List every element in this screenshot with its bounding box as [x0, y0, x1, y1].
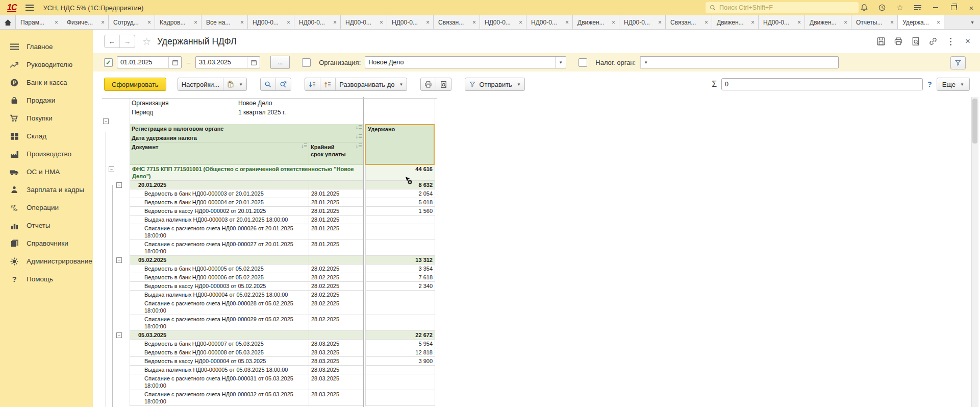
document-cell[interactable]: Списание с расчетного счета НД00-000028 … [130, 299, 309, 315]
header-registration[interactable]: Регистрация в налоговом органе↓ [130, 124, 363, 133]
amount-cell[interactable] [365, 291, 435, 299]
amount-cell[interactable] [365, 374, 435, 390]
help-button[interactable]: ? [927, 80, 932, 88]
due-date-cell[interactable]: 28.02.2025 [309, 299, 363, 315]
tab-close-icon[interactable]: × [612, 19, 615, 26]
subgroup-total-cell[interactable]: 8 632 [365, 181, 435, 189]
group-expander[interactable]: − [109, 166, 114, 172]
document-cell[interactable]: Списание с расчетного счета НД00-000031 … [130, 374, 309, 390]
tab-close-icon[interactable]: × [797, 19, 801, 26]
table-document-row[interactable]: Ведомость в банк НД00-000006 от 05.02.20… [102, 273, 437, 282]
preview-icon[interactable] [911, 36, 921, 46]
sidebar-item-menu[interactable]: Главное [0, 38, 93, 56]
tab-1[interactable]: Парам...× [16, 15, 62, 29]
tab-close-icon[interactable]: × [194, 19, 197, 26]
subgroup-due-cell[interactable] [309, 181, 363, 189]
tab-close-icon[interactable]: × [147, 19, 151, 26]
sidebar-item-factory[interactable]: Производство [0, 145, 93, 163]
tab-5[interactable]: Все на...× [202, 15, 248, 29]
vertical-scrollbar[interactable] [971, 97, 978, 407]
organization-checkbox[interactable] [302, 58, 311, 67]
print-button[interactable] [421, 78, 436, 90]
document-cell[interactable]: Ведомость в кассу НД00-000002 от 20.01.2… [130, 207, 309, 216]
close-report-icon[interactable]: × [963, 36, 973, 46]
favorites-icon[interactable]: ☆ [895, 3, 904, 12]
due-date-cell[interactable]: 28.02.2025 [309, 282, 363, 291]
document-cell[interactable]: Ведомость в банк НД00-000008 от 05.03.20… [130, 348, 309, 357]
amount-cell[interactable]: 5 954 [365, 340, 435, 348]
document-cell[interactable]: Выдача наличных НД00-000005 от 05.03.202… [130, 366, 309, 374]
document-cell[interactable]: Ведомость в банк НД00-000005 от 05.02.20… [130, 265, 309, 273]
document-cell[interactable]: Ведомость в банк НД00-000004 от 20.01.20… [130, 198, 309, 207]
subgroup-total-cell[interactable]: 13 312 [365, 256, 435, 265]
sidebar-item-bag[interactable]: Продажи [0, 91, 93, 109]
tab-close-icon[interactable]: × [519, 19, 522, 26]
settings-button[interactable]: Настройки... [178, 78, 223, 90]
group-expander[interactable]: − [103, 118, 109, 124]
tab-close-icon[interactable]: × [240, 19, 244, 26]
table-document-row[interactable]: Выдача наличных НД00-000004 от 05.02.202… [102, 291, 437, 299]
document-cell[interactable]: Выдача наличных НД00-000004 от 05.02.202… [130, 291, 309, 299]
sidebar-item-help[interactable]: ?Помощь [0, 270, 93, 288]
table-document-row[interactable]: Ведомость в кассу НД00-000002 от 20.01.2… [102, 207, 437, 216]
group-name-cell[interactable]: ФНС 7715 КПП 771501001 (Общество с огран… [130, 165, 363, 181]
document-cell[interactable]: Списание с расчетного счета НД00-000029 … [130, 315, 309, 331]
sidebar-item-person[interactable]: Зарплата и кадры [0, 181, 93, 199]
restore-icon[interactable] [949, 3, 958, 12]
calendar-icon[interactable] [168, 57, 181, 68]
expand-groups-button[interactable] [320, 78, 335, 90]
due-date-cell[interactable]: 28.01.2025 [309, 224, 363, 240]
calendar-icon[interactable] [247, 57, 260, 68]
filter-settings-button[interactable] [950, 56, 966, 69]
amount-cell[interactable]: 1 560 [365, 207, 435, 216]
subgroup-expander[interactable]: − [116, 182, 122, 188]
sort-icon[interactable]: ↓ [301, 143, 307, 149]
tab-18[interactable]: Движен...× [805, 15, 851, 29]
tab-8[interactable]: НД00-0...× [341, 15, 387, 29]
find-button[interactable] [261, 78, 275, 90]
tab-close-icon[interactable]: × [472, 19, 476, 26]
sort-icon[interactable]: ↓ [356, 134, 362, 139]
tab-11[interactable]: НД00-0...× [480, 15, 526, 29]
date-to-input[interactable] [196, 57, 247, 67]
due-date-cell[interactable]: 28.01.2025 [309, 216, 363, 224]
due-date-cell[interactable]: 28.01.2025 [309, 207, 363, 216]
send-button[interactable]: Отправить▼ [465, 78, 524, 90]
subgroup-date-cell[interactable]: 05.03.2025 [130, 331, 309, 340]
due-date-cell[interactable]: 28.02.2025 [309, 265, 363, 273]
expand-to-button[interactable]: Разворачивать до▼ [335, 78, 407, 90]
header-document[interactable]: Документ↓ [130, 142, 309, 165]
print-preview-button[interactable] [436, 78, 451, 90]
paste-settings-button[interactable]: ▼ [223, 78, 246, 90]
sidebar-item-books[interactable]: Справочники [0, 234, 93, 252]
tab-close-icon[interactable]: × [380, 19, 383, 26]
subgroup-date-cell[interactable]: 20.01.2025 [130, 181, 309, 189]
tab-17[interactable]: НД00-0...× [759, 15, 805, 29]
header-withheld-selected[interactable]: Удержано [365, 124, 435, 165]
amount-cell[interactable] [365, 240, 435, 256]
due-date-cell[interactable]: 28.02.2025 [309, 291, 363, 299]
period-checkbox[interactable]: ✓ [104, 58, 113, 67]
app-logo[interactable]: 1С [7, 4, 16, 12]
tab-overflow-button[interactable]: ▾ [967, 15, 978, 29]
tab-close-icon[interactable]: × [844, 19, 847, 26]
sidebar-item-truck[interactable]: ОС и НМА [0, 163, 93, 181]
tab-16[interactable]: Движен...× [712, 15, 759, 29]
tab-close-icon[interactable]: × [333, 19, 337, 26]
table-document-row[interactable]: Выдача наличных НД00-000005 от 05.03.202… [102, 366, 437, 374]
header-due[interactable]: Крайний срок уплаты↓ [309, 142, 363, 165]
amount-cell[interactable]: 12 818 [365, 348, 435, 357]
tab-3[interactable]: Сотруд...× [109, 15, 155, 29]
generate-button[interactable]: Сформировать [104, 78, 166, 91]
home-tab[interactable] [0, 15, 16, 29]
header-withhold-date[interactable]: Дата удержания налога↓ [130, 133, 363, 142]
table-document-row[interactable]: Ведомость в банк НД00-000003 от 20.01.20… [102, 189, 437, 198]
table-document-row[interactable]: Ведомость в банк НД00-000007 от 05.03.20… [102, 340, 437, 348]
table-document-row[interactable]: Ведомость в банк НД00-000008 от 05.03.20… [102, 348, 437, 357]
tab-close-icon[interactable]: × [705, 19, 708, 26]
document-cell[interactable]: Ведомость в банк НД00-000006 от 05.02.20… [130, 273, 309, 282]
table-group-row[interactable]: −ФНС 7715 КПП 771501001 (Общество с огра… [102, 165, 437, 181]
history-icon[interactable] [877, 3, 887, 12]
tab-close-icon[interactable]: × [101, 19, 105, 26]
due-date-cell[interactable]: 28.03.2025 [309, 390, 363, 406]
